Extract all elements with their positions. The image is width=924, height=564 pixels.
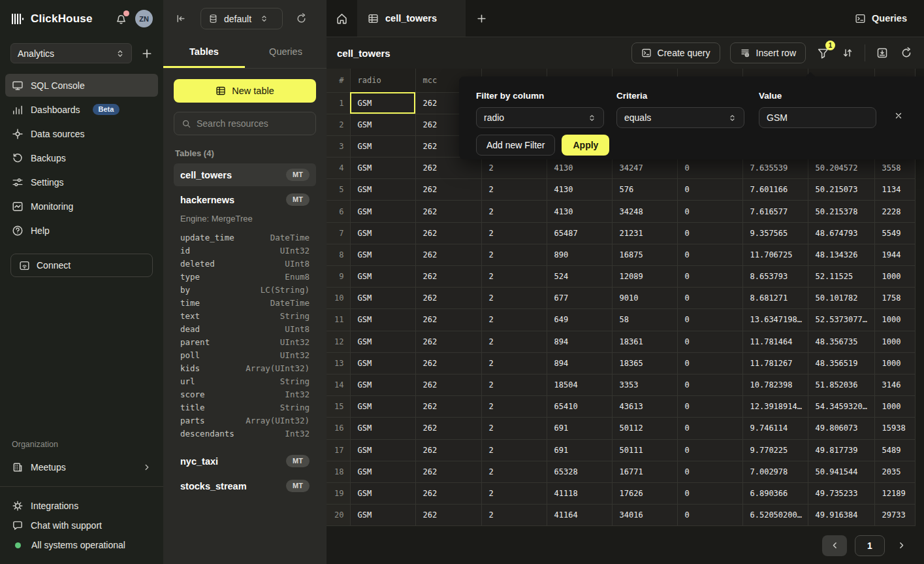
table-cell[interactable]: 34248 <box>612 201 677 222</box>
table-cell[interactable]: GSM <box>350 92 415 114</box>
table-cell[interactable]: 2 <box>481 396 547 418</box>
table-cell[interactable]: 0 <box>677 418 742 439</box>
table-cell[interactable]: 11.781464 <box>742 331 808 352</box>
table-cell[interactable]: 524 <box>547 266 612 288</box>
table-cell[interactable]: 50.215073 <box>808 179 874 201</box>
table-cell[interactable]: 890 <box>547 244 612 265</box>
next-page-button[interactable] <box>893 541 910 550</box>
table-cell[interactable]: 8.653793 <box>742 266 808 288</box>
table-cell[interactable]: 3146 <box>874 374 915 395</box>
table-cell[interactable]: 48.356735 <box>808 331 874 352</box>
sidebar-item-backups[interactable]: Backups <box>5 146 158 169</box>
sort-button[interactable] <box>840 46 855 60</box>
avatar[interactable]: ZN <box>135 10 153 27</box>
search-input[interactable] <box>197 118 308 129</box>
table-cell[interactable]: GSM <box>350 158 415 179</box>
table-cell[interactable]: 0 <box>677 201 742 222</box>
table-cell[interactable]: 2 <box>481 505 547 526</box>
table-cell[interactable]: 3353 <box>612 374 677 395</box>
table-cell[interactable]: 2 <box>481 179 547 201</box>
table-cell[interactable]: 2 <box>481 482 547 504</box>
apply-filter-button[interactable]: Apply <box>562 135 609 156</box>
table-cell[interactable]: 2 <box>481 201 547 222</box>
table-cell[interactable]: 262 <box>415 396 481 418</box>
table-cell[interactable]: 691 <box>547 439 612 461</box>
table-cell[interactable]: 0 <box>677 374 742 395</box>
table-cell[interactable]: 262 <box>415 331 481 352</box>
table-cell[interactable]: 2035 <box>874 461 915 482</box>
filter-criteria-select[interactable]: equals <box>616 107 744 128</box>
table-cell[interactable]: 41118 <box>547 482 612 504</box>
table-cell[interactable]: 50112 <box>612 418 677 439</box>
table-cell[interactable]: 12.3918914… <box>742 396 808 418</box>
table-cell[interactable]: 262 <box>415 482 481 504</box>
table-cell[interactable]: 15938 <box>874 418 915 439</box>
table-cell[interactable]: 49.817739 <box>808 439 874 461</box>
table-cell[interactable]: 0 <box>677 439 742 461</box>
table-cell[interactable]: GSM <box>350 222 415 244</box>
tab-tables[interactable]: Tables <box>163 37 245 68</box>
table-cell[interactable]: GSM <box>350 309 415 331</box>
table-cell[interactable]: 1000 <box>874 331 915 352</box>
table-cell[interactable]: GSM <box>350 505 415 526</box>
tab-queries[interactable]: Queries <box>245 37 327 68</box>
table-cell[interactable]: GSM <box>350 331 415 352</box>
table-cell[interactable]: 7.601166 <box>742 179 808 201</box>
table-cell[interactable]: 48.674793 <box>808 222 874 244</box>
table-cell[interactable]: 0 <box>677 352 742 374</box>
table-cell[interactable]: GSM <box>350 418 415 439</box>
table-cell[interactable]: 5489 <box>874 439 915 461</box>
table-cell[interactable]: 9.357565 <box>742 222 808 244</box>
table-cell[interactable]: 52.5373077… <box>808 309 874 331</box>
collapse-panel-icon[interactable] <box>172 10 189 27</box>
table-cell[interactable]: 50111 <box>612 439 677 461</box>
table-cell[interactable]: GSM <box>350 352 415 374</box>
table-cell[interactable]: 50.204572 <box>808 158 874 179</box>
table-cell[interactable]: 2 <box>481 331 547 352</box>
connect-button[interactable]: Connect <box>10 254 153 277</box>
table-cell[interactable]: 262 <box>415 244 481 265</box>
filter-button[interactable]: 1 <box>816 46 831 61</box>
table-cell[interactable]: 2 <box>481 158 547 179</box>
table-cell[interactable]: 9.746114 <box>742 418 808 439</box>
table-cell[interactable]: 49.806073 <box>808 418 874 439</box>
table-cell[interactable]: 262 <box>415 222 481 244</box>
table-cell[interactable]: 16875 <box>612 244 677 265</box>
table-list-item-hackernews[interactable]: hackernewsMT <box>174 188 316 211</box>
table-cell[interactable]: 2 <box>481 418 547 439</box>
table-cell[interactable]: 262 <box>415 352 481 374</box>
remove-filter-button[interactable] <box>894 111 903 120</box>
table-cell[interactable]: 50.215378 <box>808 201 874 222</box>
table-cell[interactable]: GSM <box>350 114 415 135</box>
table-cell[interactable]: GSM <box>350 135 415 157</box>
new-table-button[interactable]: New table <box>174 79 316 103</box>
table-cell[interactable]: 0 <box>677 396 742 418</box>
table-cell[interactable]: 41164 <box>547 505 612 526</box>
table-cell[interactable]: 9.770225 <box>742 439 808 461</box>
table-cell[interactable]: 576 <box>612 179 677 201</box>
refresh-tables-icon[interactable] <box>293 10 310 27</box>
table-cell[interactable]: 0 <box>677 331 742 352</box>
table-cell[interactable]: 7.635539 <box>742 158 808 179</box>
insert-row-button[interactable]: Insert row <box>730 42 806 63</box>
table-cell[interactable]: 262 <box>415 461 481 482</box>
table-cell[interactable]: 50.941544 <box>808 461 874 482</box>
table-cell[interactable]: 0 <box>677 288 742 309</box>
table-cell[interactable]: 6.890366 <box>742 482 808 504</box>
table-cell[interactable]: 0 <box>677 461 742 482</box>
table-cell[interactable]: 262 <box>415 179 481 201</box>
table-cell[interactable]: 2 <box>481 461 547 482</box>
table-cell[interactable]: 1944 <box>874 244 915 265</box>
prev-page-button[interactable] <box>822 535 847 556</box>
table-cell[interactable]: 2 <box>481 266 547 288</box>
table-cell[interactable]: 1758 <box>874 288 915 309</box>
table-cell[interactable]: 262 <box>415 266 481 288</box>
table-cell[interactable]: 0 <box>677 309 742 331</box>
sidebar-item-dashboards[interactable]: DashboardsBeta <box>5 98 158 121</box>
table-cell[interactable]: GSM <box>350 179 415 201</box>
workspace-select[interactable]: Analytics <box>10 43 132 63</box>
table-cell[interactable]: 18504 <box>547 374 612 395</box>
home-tab[interactable] <box>327 0 357 37</box>
table-cell[interactable]: 0 <box>677 482 742 504</box>
table-cell[interactable]: GSM <box>350 244 415 265</box>
